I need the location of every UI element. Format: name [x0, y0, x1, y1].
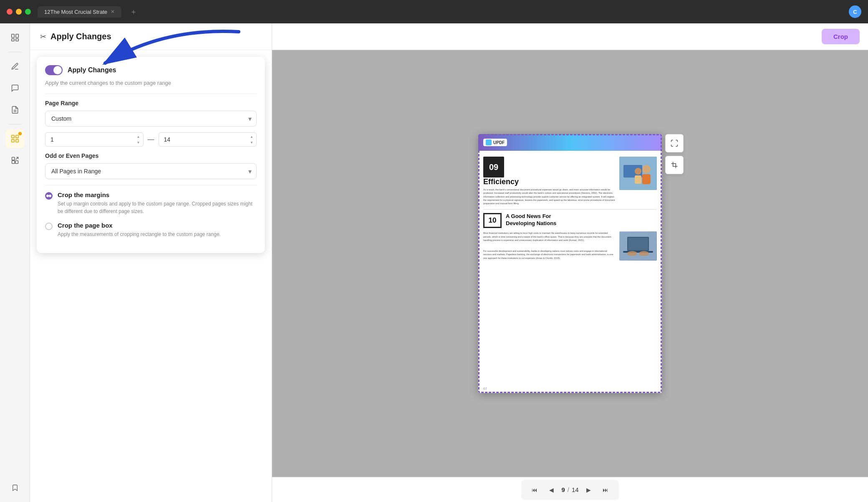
- svg-point-24: [627, 251, 637, 256]
- crop-tool-button[interactable]: [665, 156, 684, 174]
- float-tools: [665, 134, 684, 174]
- pdf-num-10: 10: [483, 213, 502, 228]
- pdf-divider-1: [483, 209, 657, 210]
- pdf-body1: Most financial institutions are willing …: [483, 231, 615, 242]
- popup-card: Apply Changes Apply the current changes …: [37, 57, 265, 253]
- pdf-page: UPDF 09 Efficiency As a result, the bank…: [478, 134, 662, 393]
- svg-rect-9: [15, 139, 18, 142]
- divider-1: [45, 94, 257, 94]
- updf-text: UPDF: [493, 140, 505, 145]
- crop-margins-option[interactable]: Crop the margins Set up margin controls …: [45, 191, 257, 215]
- avatar: C: [849, 5, 861, 18]
- viewer-toolbar: Crop: [272, 23, 868, 50]
- first-page-button[interactable]: ⏮: [528, 483, 541, 497]
- pdf-photo-efficiency: [619, 157, 657, 190]
- tab-close-icon[interactable]: ✕: [111, 9, 115, 15]
- svg-rect-2: [11, 39, 14, 41]
- panel-header-icon: ✂: [40, 32, 46, 41]
- traffic-lights: [7, 9, 31, 15]
- next-page-button[interactable]: ▶: [582, 483, 595, 497]
- svg-rect-8: [11, 139, 14, 142]
- crop-pagebox-option[interactable]: Crop the page box Apply the measurements…: [45, 222, 257, 238]
- svg-point-18: [635, 168, 641, 175]
- crop-pagebox-title: Crop the page box: [58, 222, 257, 229]
- viewer-area: Crop UPDF: [272, 23, 868, 502]
- sidebar-item-comment[interactable]: [6, 79, 24, 97]
- crop-margins-radio[interactable]: [45, 192, 53, 200]
- range-start-up[interactable]: ▲: [135, 134, 142, 139]
- pdf-efficiency-body: As a result, the bank's conventional doc…: [483, 188, 615, 205]
- panel-area: ✂ Apply Changes Apply Changes Apply the …: [30, 23, 272, 502]
- svg-rect-1: [15, 34, 18, 38]
- page-indicator: 9 / 14: [561, 486, 578, 493]
- crop-margins-title: Crop the margins: [58, 191, 257, 198]
- range-end-down[interactable]: ▼: [248, 140, 255, 145]
- titlebar: 12The Most Crucial Strate ✕ ＋ C: [0, 0, 868, 23]
- crop-pagebox-desc: Apply the measurements of cropping recta…: [58, 231, 257, 238]
- svg-point-25: [639, 251, 649, 256]
- pdf-body2: For successful development and sustainab…: [483, 249, 615, 260]
- svg-rect-12: [15, 161, 18, 164]
- crop-button[interactable]: Crop: [822, 29, 860, 44]
- toggle-row: Apply Changes: [45, 65, 257, 75]
- apply-changes-toggle[interactable]: [45, 65, 63, 75]
- page-range-select[interactable]: Custom All Pages Current Page: [45, 111, 257, 127]
- range-end-input[interactable]: [159, 132, 257, 147]
- range-start-wrap: ▲ ▼: [45, 132, 144, 147]
- toggle-label: Apply Changes: [68, 66, 116, 74]
- sidebar-divider-2: [8, 124, 22, 124]
- svg-rect-0: [11, 34, 14, 38]
- pdf-header-bar: UPDF: [478, 134, 662, 151]
- page-nav-pill: ⏮ ◀ 9 / 14 ▶ ⏭: [521, 480, 618, 500]
- sidebar-item-edit[interactable]: [6, 57, 24, 76]
- sidebar-item-organize[interactable]: [6, 129, 24, 148]
- new-tab-button[interactable]: ＋: [130, 7, 137, 17]
- range-end-up[interactable]: ▲: [248, 134, 255, 139]
- browser-tab[interactable]: 12The Most Crucial Strate ✕: [38, 6, 121, 18]
- toggle-description: Apply the current changes to the custom …: [45, 79, 257, 87]
- total-pages: 14: [572, 486, 579, 493]
- svg-point-16: [642, 165, 651, 173]
- svg-rect-22: [628, 238, 648, 250]
- fit-screen-button[interactable]: [665, 134, 684, 152]
- crop-margins-desc: Set up margin controls and apply to the …: [58, 200, 257, 215]
- crop-pagebox-radio[interactable]: [45, 223, 53, 230]
- page-range-select-wrapper: Custom All Pages Current Page ▾: [45, 111, 257, 127]
- sidebar-item-pages[interactable]: [6, 28, 24, 47]
- pdf-efficiency-title: Efficiency: [483, 177, 615, 186]
- maximize-button[interactable]: [25, 9, 31, 15]
- page-range-label: Page Range: [45, 100, 257, 106]
- odd-even-select[interactable]: All Pages in Range Odd Pages Only Even P…: [45, 163, 257, 179]
- crop-margins-content: Crop the margins Set up margin controls …: [58, 191, 257, 215]
- viewer-content: UPDF 09 Efficiency As a result, the bank…: [272, 50, 868, 477]
- range-end-spinners: ▲ ▼: [248, 132, 255, 147]
- svg-rect-26: [673, 164, 676, 167]
- prev-page-button[interactable]: ◀: [545, 483, 558, 497]
- range-start-input[interactable]: [45, 132, 144, 147]
- pdf-bottom-text: Most financial institutions are willing …: [483, 231, 615, 261]
- svg-rect-23: [623, 251, 653, 253]
- pdf-good-news-text: A Good News ForDeveloping Nations: [506, 213, 556, 227]
- active-dot: [18, 132, 22, 135]
- sidebar-item-text[interactable]: [6, 101, 24, 119]
- current-page: 9: [561, 486, 565, 493]
- svg-rect-3: [15, 39, 18, 41]
- divider-2: [45, 185, 257, 185]
- svg-rect-11: [12, 161, 15, 164]
- svg-rect-6: [11, 135, 14, 138]
- tab-title: 12The Most Crucial Strate: [44, 9, 107, 15]
- close-button[interactable]: [7, 9, 13, 15]
- sidebar-item-bookmark[interactable]: [6, 479, 24, 497]
- minimize-button[interactable]: [16, 9, 22, 15]
- pdf-wrapper: UPDF 09 Efficiency As a result, the bank…: [478, 134, 662, 393]
- pdf-section-09: 09 Efficiency As a result, the bank's co…: [483, 157, 657, 205]
- range-end-wrap: ▲ ▼: [159, 132, 257, 147]
- svg-rect-10: [12, 157, 15, 160]
- sidebar-item-convert[interactable]: [6, 151, 24, 170]
- updf-icon: [486, 139, 492, 145]
- page-range-row: ▲ ▼ — ▲ ▼: [45, 132, 257, 147]
- last-page-button[interactable]: ⏭: [599, 483, 612, 497]
- odd-even-select-wrapper: All Pages in Range Odd Pages Only Even P…: [45, 163, 257, 179]
- range-start-down[interactable]: ▼: [135, 140, 142, 145]
- pdf-bottom-section: Most financial institutions are willing …: [483, 231, 657, 261]
